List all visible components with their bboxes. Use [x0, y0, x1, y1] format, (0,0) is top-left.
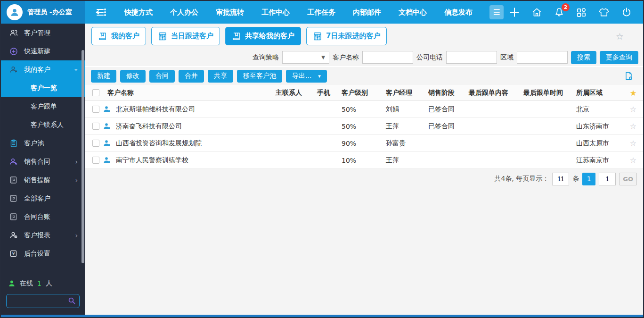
merge-button[interactable]: 合并	[179, 70, 204, 83]
tab-today-followed[interactable]: 当日跟进客户	[151, 27, 220, 45]
col-region[interactable]: 所属区域	[576, 89, 623, 97]
sidebar-scrollbar[interactable]	[82, 50, 84, 263]
sidebar-item-backend-settings[interactable]: ¥ 后台设置	[1, 244, 85, 263]
content-filler	[85, 189, 643, 315]
apps-grid-icon[interactable]	[576, 7, 587, 17]
nav-item-personal-office[interactable]: 个人办公	[170, 8, 198, 17]
star-icon[interactable]: ☆	[623, 156, 643, 165]
cell-customer-manager: 刘娟	[386, 105, 428, 114]
sidebar-subitem-customer-list[interactable]: 客户一览	[1, 79, 85, 97]
hamburger-menu-icon[interactable]: ☰	[489, 5, 504, 19]
sidebar-item-customer-management[interactable]: 客户管理	[1, 24, 85, 42]
col-last-follow-time[interactable]: 最后跟单时间	[523, 89, 576, 97]
strategy-select[interactable]: ▼	[282, 51, 329, 64]
tab-label: 共享给我的客户	[245, 32, 294, 41]
sidebar-item-label: 客户报表	[24, 231, 50, 240]
table-row[interactable]: 山西省投资咨询和发展规划院 90% 孙富贵 山西太原市 ☆	[85, 135, 643, 152]
pagination-total-text: 共4条, 每页显示：	[494, 175, 549, 183]
user-menu[interactable]: 管理员 -办公室	[1, 1, 85, 24]
col-sales-stage[interactable]: 销售阶段	[428, 89, 469, 97]
nav-item-info-publish[interactable]: 信息发布	[444, 8, 473, 17]
contract-button[interactable]: 合同	[149, 70, 175, 83]
table-row[interactable]: 济南奋飞科技有限公司 50% 王萍 已签合同 山东济南市 ☆	[85, 118, 643, 135]
star-icon[interactable]: ☆	[623, 139, 643, 148]
shirt-icon[interactable]	[598, 7, 610, 17]
nav-item-internal-mail[interactable]: 内部邮件	[353, 8, 381, 17]
company-phone-input[interactable]	[446, 51, 497, 64]
select-all-checkbox[interactable]	[92, 89, 99, 96]
go-button[interactable]: GO	[619, 173, 637, 185]
plus-icon[interactable]	[509, 7, 520, 17]
col-customer-level[interactable]: 客户级别	[342, 89, 386, 97]
customer-person-icon	[99, 123, 114, 130]
customer-name-input[interactable]	[362, 51, 413, 64]
page-size-input[interactable]	[552, 173, 569, 185]
tab-my-customers[interactable]: 我的客户	[91, 27, 146, 45]
phonebook-icon	[9, 213, 18, 221]
cell-customer-name[interactable]: 山西省投资咨询和发展规划院	[114, 139, 276, 148]
new-button[interactable]: 新建	[91, 70, 116, 83]
current-page-button[interactable]: 1	[582, 173, 595, 185]
search-button[interactable]: 搜索	[571, 51, 596, 64]
sidebar-subitem-customer-follow[interactable]: 客户跟单	[1, 97, 85, 116]
sidebar-item-customer-pool[interactable]: 客户池	[1, 134, 85, 152]
cell-sales-stage: 已签合同	[428, 122, 469, 131]
people-icon	[9, 29, 18, 37]
tab-label: 当日跟进客户	[171, 32, 213, 41]
export-dropdown-button[interactable]: 导出... ▾	[286, 70, 327, 83]
nav-item-work-tasks[interactable]: 工作任务	[307, 8, 335, 17]
sidebar-subitem-customer-contacts[interactable]: 客户联系人	[1, 116, 85, 134]
table-row[interactable]: 北京斯堪帕维科技有限公司 50% 刘娟 已签合同 北京 ☆	[85, 101, 643, 118]
cell-region: 山东济南市	[576, 122, 623, 131]
cell-customer-name[interactable]: 南宁市人民警察训练学校	[114, 156, 276, 165]
export-label: 导出...	[292, 72, 311, 80]
svg-text:¥: ¥	[12, 251, 15, 256]
row-checkbox[interactable]	[92, 157, 99, 164]
cell-customer-name[interactable]: 济南奋飞科技有限公司	[114, 122, 276, 131]
sidebar-item-my-customers[interactable]: 我的客户 ›	[1, 60, 85, 79]
sidebar-item-sales-reminder[interactable]: 销售提醒 ›	[1, 171, 85, 189]
search-icon[interactable]	[68, 297, 76, 305]
nav-item-shortcuts[interactable]: 快捷方式	[124, 8, 153, 17]
goto-page-input[interactable]	[599, 173, 616, 185]
caret-down-icon: ▾	[318, 73, 321, 79]
collapse-menu-icon[interactable]	[95, 7, 106, 17]
move-to-pool-button[interactable]: 移至客户池	[237, 70, 282, 83]
table-row[interactable]: 南宁市人民警察训练学校 10% 王萍 江苏南京市 ☆	[85, 152, 643, 169]
document-gear-icon[interactable]	[624, 71, 634, 81]
nav-item-document-center[interactable]: 文档中心	[399, 8, 427, 17]
sidebar-item-sales-contract[interactable]: 销售合同 ›	[1, 152, 85, 171]
star-icon[interactable]: ☆	[623, 105, 643, 114]
col-last-follow-content[interactable]: 最后跟单内容	[469, 89, 523, 97]
tab-not-followed-7days[interactable]: 7日未跟进的客户	[306, 27, 387, 45]
favorite-star-icon[interactable]: ☆	[616, 31, 624, 42]
edit-button[interactable]: 修改	[120, 70, 146, 83]
nav-item-work-center[interactable]: 工作中心	[261, 8, 290, 17]
sidebar-item-contract-ledger[interactable]: 合同台账	[1, 208, 85, 226]
star-icon[interactable]: ★	[623, 88, 643, 98]
row-checkbox[interactable]	[92, 123, 99, 130]
row-checkbox[interactable]	[92, 140, 99, 147]
row-checkbox[interactable]	[92, 106, 99, 113]
sidebar-item-quick-create[interactable]: 快速新建	[1, 42, 85, 60]
power-icon[interactable]	[621, 7, 632, 17]
sidebar-item-label: 客户池	[24, 139, 44, 148]
nav-item-approval-flow[interactable]: 审批流转	[216, 8, 244, 17]
star-icon[interactable]: ☆	[623, 122, 643, 131]
home-icon[interactable]	[531, 7, 542, 17]
col-customer-manager[interactable]: 客户经理	[386, 89, 428, 97]
customer-person-icon	[99, 106, 114, 113]
cell-sales-stage: 已签合同	[428, 105, 469, 114]
col-main-contact[interactable]: 主联系人	[276, 89, 317, 97]
region-input[interactable]	[517, 51, 568, 64]
col-mobile[interactable]: 手机	[317, 89, 342, 97]
bell-icon[interactable]: 2	[554, 7, 564, 17]
cell-customer-name[interactable]: 北京斯堪帕维科技有限公司	[114, 105, 276, 114]
col-customer-name[interactable]: 客户名称	[99, 89, 276, 97]
tab-shared-with-me[interactable]: 共享给我的客户	[225, 27, 301, 45]
online-person-icon	[8, 280, 16, 287]
more-query-button[interactable]: 更多查询	[600, 51, 638, 64]
share-button[interactable]: 共享	[208, 70, 233, 83]
sidebar-item-all-customers[interactable]: 全部客户	[1, 189, 85, 208]
sidebar-item-customer-reports[interactable]: 客户报表 ›	[1, 226, 85, 244]
